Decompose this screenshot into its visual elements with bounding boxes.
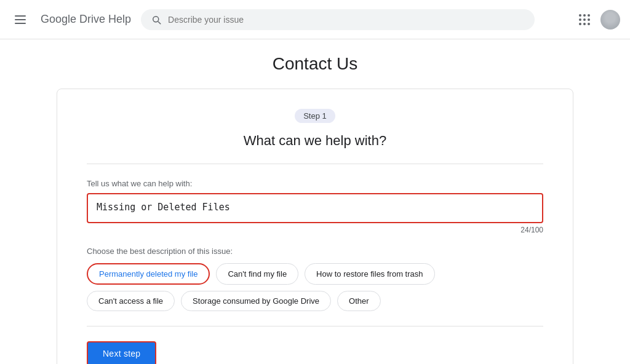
divider-bottom — [87, 326, 543, 326]
step-question: What can we help with? — [244, 133, 386, 149]
chip-storage-consumed[interactable]: Storage consumed by Google Drive — [181, 291, 331, 311]
apps-icon[interactable] — [573, 9, 596, 31]
chips-row-2: Can't access a file Storage consumed by … — [87, 291, 543, 311]
step-container: Step 1 What can we help with? — [87, 109, 543, 149]
header-right — [573, 9, 620, 31]
main-content: Contact Us Step 1 What can we help with?… — [0, 39, 630, 364]
chip-cant-find[interactable]: Can't find my file — [216, 263, 298, 285]
help-text-input[interactable] — [97, 202, 533, 213]
avatar[interactable] — [600, 10, 620, 30]
header: Google Drive Help — [0, 0, 630, 39]
text-input-wrapper[interactable] — [87, 193, 543, 223]
page-title: Contact Us — [273, 54, 358, 74]
chip-restore-trash[interactable]: How to restore files from trash — [305, 263, 434, 285]
search-input[interactable] — [168, 15, 525, 25]
chip-permanently-deleted[interactable]: Permanently deleted my file — [87, 263, 210, 285]
chips-label: Choose the best description of this issu… — [87, 247, 543, 256]
divider-top — [87, 164, 543, 164]
chips-row-1: Permanently deleted my file Can't find m… — [87, 263, 543, 285]
avatar-image — [600, 10, 620, 30]
chip-other[interactable]: Other — [337, 291, 381, 311]
field-label: Tell us what we can help with: — [87, 179, 543, 188]
menu-icon[interactable] — [10, 10, 31, 29]
chip-cant-access[interactable]: Can't access a file — [87, 291, 175, 311]
char-count: 24/100 — [87, 226, 543, 234]
next-step-button[interactable]: Next step — [87, 341, 156, 364]
app-name: Google Drive Help — [41, 13, 131, 26]
search-bar[interactable] — [141, 9, 535, 30]
step-badge: Step 1 — [295, 109, 335, 123]
grid-dots-icon — [579, 14, 590, 25]
search-icon — [151, 14, 162, 25]
card: Step 1 What can we help with? Tell us wh… — [57, 89, 573, 364]
